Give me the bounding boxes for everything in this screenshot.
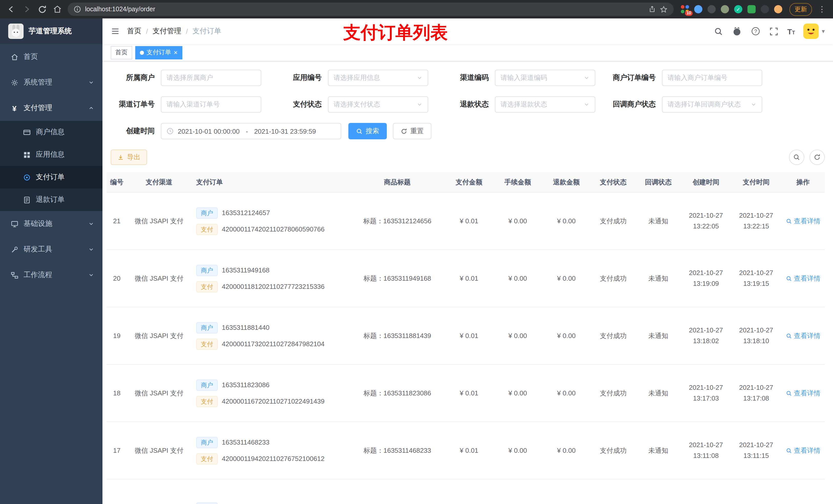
toggle-search-button[interactable]	[789, 149, 804, 165]
clock-icon	[166, 127, 174, 135]
view-detail-link[interactable]: 查看详情	[786, 446, 820, 455]
app-title: 芋道管理系统	[29, 27, 72, 36]
fullscreen-icon[interactable]	[769, 26, 779, 37]
search-icon[interactable]	[713, 26, 723, 37]
merchant-tag: 商户	[196, 322, 218, 333]
extension-colordots-icon[interactable]: 10	[681, 5, 689, 13]
extension-check-icon[interactable]: ✓	[734, 5, 742, 13]
breadcrumb: 首页 / 支付管理 / 支付订单	[127, 27, 221, 36]
sidebar-item-devtools[interactable]: 研发工具	[0, 237, 102, 262]
view-detail-link[interactable]: 查看详情	[786, 274, 820, 283]
share-icon[interactable]	[648, 6, 656, 13]
bookmark-star-icon[interactable]	[660, 5, 668, 13]
extension-green-icon[interactable]	[747, 5, 756, 13]
merchant-input[interactable]: 请选择所属商户	[161, 70, 261, 86]
sidebar-toggle-icon[interactable]	[111, 27, 120, 36]
pay-tag: 支付	[196, 223, 218, 235]
pay-tag: 支付	[196, 453, 218, 464]
merchant-tag: 商户	[196, 265, 218, 276]
reset-button[interactable]: 重置	[393, 123, 431, 139]
tab-home[interactable]: 首页	[111, 46, 132, 59]
browser-menu-icon[interactable]: ⋮	[817, 5, 827, 14]
back-icon[interactable]	[6, 4, 16, 14]
active-dot	[140, 50, 144, 54]
create-time-range-input[interactable]: 2021-10-01 00:00:00 - 2021-10-31 23:59:5…	[161, 123, 341, 139]
extension-avatar-icon[interactable]	[774, 5, 782, 13]
extension-blue-icon[interactable]	[694, 5, 703, 13]
view-detail-link[interactable]: 查看详情	[786, 388, 820, 398]
merchant-order-no-input[interactable]: 请输入商户订单编号	[662, 70, 762, 86]
merchant-tag: 商户	[196, 207, 218, 218]
tab-pay-order[interactable]: 支付订单 ×	[135, 46, 182, 59]
home-icon[interactable]	[52, 4, 63, 14]
chevron-down-icon	[88, 272, 94, 278]
sidebar-item-home[interactable]: 首页	[0, 44, 102, 70]
sidebar-item-system[interactable]: 系统管理	[0, 70, 102, 95]
reload-icon[interactable]	[37, 4, 47, 14]
caret-down-icon: ▾	[822, 28, 825, 35]
chevron-down-icon	[88, 221, 94, 227]
filter-channel-order-no: 渠道订单号 请输入渠道订单号	[111, 96, 261, 113]
site-info-icon[interactable]	[74, 6, 81, 13]
channel-order-no-input[interactable]: 请输入渠道订单号	[161, 96, 261, 113]
pay-status-select[interactable]: 请选择支付状态	[328, 96, 428, 113]
merchant-tag: 商户	[196, 379, 218, 390]
url-text[interactable]: localhost:1024/pay/order	[85, 6, 644, 13]
sidebar-item-refund-order[interactable]: 退款订单	[0, 189, 102, 211]
browser-update-button[interactable]: 更新	[789, 3, 812, 16]
end-date[interactable]: 2021-10-31 23:59:59	[254, 127, 316, 135]
channel-code-select[interactable]: 请输入渠道编码	[495, 70, 595, 86]
table-row-partial: 商户	[106, 479, 825, 504]
home-icon	[10, 53, 19, 61]
wrench-icon	[10, 245, 19, 254]
logo-avatar	[8, 24, 24, 39]
table-row: 21 微信 JSAPI 支付 商户1635312124657 支付4200001…	[106, 193, 825, 250]
export-button[interactable]: 导出	[111, 149, 147, 165]
document-icon	[23, 196, 31, 204]
breadcrumb-payment[interactable]: 支付管理	[153, 27, 181, 36]
navbar-actions: ? TT ▾	[713, 24, 825, 39]
page-content: 所属商户 请选择所属商户 应用编号 请选择应用信息	[102, 62, 833, 504]
monitor-icon	[10, 220, 19, 228]
search-button[interactable]: 搜索	[348, 123, 387, 139]
screen: localhost:1024/pay/order 10 ✓ 更新 ⋮	[0, 0, 833, 504]
view-detail-link[interactable]: 查看详情	[786, 331, 820, 340]
sidebar-item-infra[interactable]: 基础设施	[0, 211, 102, 237]
extension-badge: 10	[685, 11, 693, 16]
extension-olive-icon[interactable]	[721, 5, 729, 13]
filter-pay-status: 支付状态 请选择支付状态	[278, 96, 428, 113]
filter-refund-status: 退款状态 请选择退款状态	[445, 96, 595, 113]
sidebar-item-app-info[interactable]: 应用信息	[0, 143, 102, 166]
sidebar-item-merchant-info[interactable]: 商户信息	[0, 121, 102, 143]
extension-gray-icon[interactable]	[708, 5, 716, 13]
breadcrumb-home[interactable]: 首页	[127, 27, 141, 36]
extension-dark-icon[interactable]	[761, 5, 769, 13]
filter-create-time: 创建时间 2021-10-01 00:00:00 - 2021-10-31 23…	[111, 123, 341, 139]
user-menu[interactable]: ▾	[803, 24, 825, 39]
font-size-icon[interactable]: TT	[787, 27, 795, 35]
view-detail-link[interactable]: 查看详情	[786, 216, 820, 225]
notify-status-select[interactable]: 请选择订单回调商户状态	[662, 96, 762, 113]
filter-row-2: 渠道订单号 请输入渠道订单号 支付状态 请选择支付状态	[111, 96, 825, 113]
refresh-button[interactable]	[809, 149, 825, 165]
github-icon[interactable]	[732, 26, 742, 37]
chevron-down-icon	[88, 79, 94, 86]
sidebar-item-payment[interactable]: ¥ 支付管理	[0, 95, 102, 121]
start-date[interactable]: 2021-10-01 00:00:00	[178, 127, 239, 135]
app-select[interactable]: 请选择应用信息	[328, 70, 428, 86]
close-icon[interactable]: ×	[174, 49, 177, 56]
pay-tag: 支付	[196, 338, 218, 350]
payment-submenu: 商户信息 应用信息 支付订单	[0, 121, 102, 211]
workflow-icon	[10, 271, 19, 279]
filter-row-3: 创建时间 2021-10-01 00:00:00 - 2021-10-31 23…	[111, 123, 825, 139]
help-icon[interactable]: ?	[750, 26, 761, 37]
refund-status-select[interactable]: 请选择退款状态	[495, 96, 595, 113]
browser-chrome: localhost:1024/pay/order 10 ✓ 更新 ⋮	[0, 0, 833, 19]
sidebar-item-pay-order[interactable]: 支付订单	[0, 166, 102, 189]
app-shell: 芋道管理系统 首页 系统管理	[0, 19, 833, 504]
grid-icon	[23, 150, 31, 159]
merchant-tag: 商户	[196, 437, 218, 448]
address-bar[interactable]: localhost:1024/pay/order	[68, 3, 674, 16]
app-logo[interactable]: 芋道管理系统	[0, 19, 102, 44]
sidebar-item-workflow[interactable]: 工作流程	[0, 262, 102, 288]
